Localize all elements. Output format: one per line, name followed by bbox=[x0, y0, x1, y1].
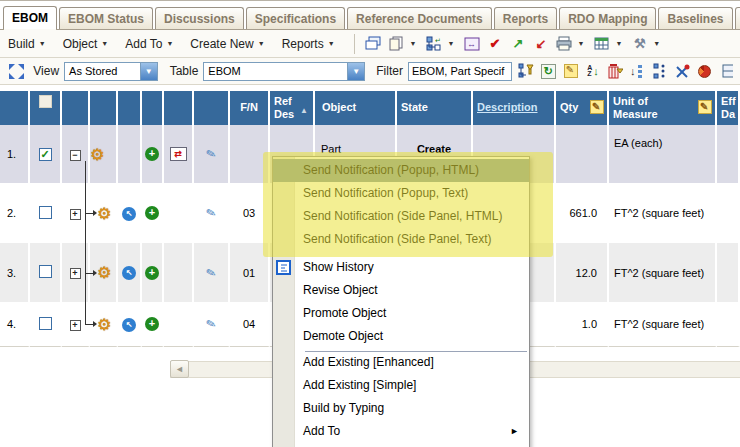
menu-item-send-notification-popup-html[interactable]: Send Notification (Popup, HTML) bbox=[273, 159, 529, 182]
row-checkbox[interactable] bbox=[39, 265, 52, 278]
chart-pie-icon[interactable] bbox=[695, 62, 713, 80]
menu-item-add-existing-simple[interactable]: Add Existing [Simple] bbox=[273, 374, 529, 397]
insert-new-icon[interactable]: + bbox=[145, 317, 159, 331]
menu-item-send-notification-sidepanel-html[interactable]: Send Notification (Side Panel, HTML) bbox=[273, 205, 529, 228]
submenu-arrow-icon: ► bbox=[510, 420, 519, 443]
row-number: 4. bbox=[0, 302, 30, 347]
mass-edit-icon[interactable] bbox=[698, 100, 712, 114]
clipped-icon[interactable] bbox=[718, 62, 736, 80]
header-select-all[interactable] bbox=[30, 91, 62, 125]
navigate-icon[interactable]: ↖ bbox=[122, 207, 136, 221]
insert-new-icon[interactable]: + bbox=[145, 266, 159, 280]
chevron-down-icon: ▼ bbox=[347, 63, 364, 80]
tab-rdo-mapping[interactable]: RDO Mapping bbox=[559, 7, 656, 29]
row-checkbox[interactable] bbox=[39, 206, 52, 219]
replace-icon[interactable]: ⇄ bbox=[170, 147, 187, 161]
refresh-icon[interactable]: ↻ bbox=[539, 62, 557, 80]
tree-line bbox=[85, 273, 93, 274]
tab-reports[interactable]: Reports bbox=[494, 7, 557, 29]
edit-feather-icon[interactable]: ✎ bbox=[204, 316, 217, 332]
header-uom: Unit of Measure bbox=[609, 91, 717, 125]
validate-check-icon[interactable]: ✔ bbox=[485, 35, 504, 53]
edit-feather-icon[interactable]: ✎ bbox=[204, 205, 217, 221]
paste-structure-icon[interactable]: ↵ bbox=[425, 35, 444, 53]
eff-date-cell bbox=[717, 302, 740, 347]
tab-reference-documents[interactable]: Reference Documents bbox=[347, 7, 492, 29]
sort-az-icon[interactable]: AZ↓ bbox=[584, 62, 602, 80]
copy-icon[interactable] bbox=[387, 35, 406, 53]
menu-item-promote-object[interactable]: Promote Object bbox=[273, 302, 529, 325]
tab-discussions[interactable]: Discussions bbox=[155, 7, 244, 29]
delete-filter-icon[interactable] bbox=[606, 62, 624, 80]
tab-specifications[interactable]: Specifications bbox=[246, 7, 345, 29]
structure-nodes-icon[interactable] bbox=[651, 62, 669, 80]
expand-box[interactable]: + bbox=[70, 320, 81, 331]
edit-table-icon[interactable] bbox=[562, 62, 580, 80]
edit-feather-icon[interactable]: ✎ bbox=[204, 146, 217, 162]
view-select[interactable]: As Stored ▼ bbox=[64, 62, 158, 81]
tab-ebom[interactable]: EBOM bbox=[3, 6, 57, 29]
part-structure-icon[interactable]: ⚙ bbox=[97, 316, 111, 333]
menu-create-new[interactable]: Create New▼ bbox=[190, 37, 264, 51]
expand-box[interactable]: + bbox=[70, 209, 81, 220]
chevron-down-icon[interactable]: ▼ bbox=[577, 40, 584, 47]
tab-ebom-status[interactable]: EBOM Status bbox=[59, 7, 153, 29]
edit-feather-icon[interactable]: ✎ bbox=[204, 264, 217, 280]
navigate-icon[interactable]: ↖ bbox=[122, 318, 136, 332]
compare-icon[interactable]: ↔ bbox=[462, 35, 481, 53]
tools-icon[interactable]: ⚒ bbox=[630, 35, 649, 53]
insert-new-icon[interactable]: + bbox=[145, 206, 159, 220]
navigate-icon[interactable]: ↖ bbox=[122, 266, 136, 280]
menu-item-show-history[interactable]: Show History bbox=[273, 256, 529, 279]
part-type: Part bbox=[321, 143, 341, 155]
part-structure-icon[interactable]: ⚙ bbox=[90, 146, 104, 163]
collapse-box[interactable]: − bbox=[70, 150, 81, 161]
chevron-down-icon[interactable]: ▼ bbox=[653, 40, 660, 47]
cascade-windows-icon[interactable] bbox=[364, 35, 383, 53]
scroll-left-button[interactable]: ◄ bbox=[170, 360, 189, 378]
menu-reports[interactable]: Reports▼ bbox=[282, 37, 335, 51]
expand-view-icon[interactable] bbox=[7, 62, 25, 80]
part-structure-icon[interactable]: ⚙ bbox=[97, 205, 111, 222]
toolbar-separator bbox=[354, 34, 355, 54]
print-icon[interactable] bbox=[554, 35, 573, 53]
menu-object[interactable]: Object▼ bbox=[63, 37, 109, 51]
menu-build[interactable]: Build▼ bbox=[8, 37, 46, 51]
header-description[interactable]: Description bbox=[473, 91, 556, 125]
sort-structure-icon[interactable]: ↓ bbox=[629, 62, 647, 80]
tree-line bbox=[85, 161, 86, 183]
menu-item-send-notification-sidepanel-text[interactable]: Send Notification (Side Panel, Text) bbox=[273, 228, 529, 251]
row-checkbox[interactable]: ✓ bbox=[39, 148, 52, 161]
demote-arrow-icon[interactable]: ↙ bbox=[531, 35, 550, 53]
header-fn: F/N bbox=[230, 91, 270, 125]
chevron-down-icon[interactable]: ▼ bbox=[410, 40, 417, 47]
promote-arrow-icon[interactable]: ↗ bbox=[508, 35, 527, 53]
disconnect-icon[interactable] bbox=[673, 62, 691, 80]
row-checkbox[interactable] bbox=[39, 317, 52, 330]
filter-structure-icon[interactable] bbox=[517, 62, 535, 80]
menu-item-build-by-typing[interactable]: Build by Typing bbox=[273, 397, 529, 420]
export-table-icon[interactable] bbox=[592, 35, 611, 53]
table-label: Table bbox=[170, 64, 199, 78]
tab-baselines[interactable]: Baselines bbox=[658, 7, 732, 29]
menu-item-revise-object[interactable]: Revise Object bbox=[273, 279, 529, 302]
table-select[interactable]: EBOM ▼ bbox=[203, 62, 365, 81]
chevron-down-icon[interactable]: ▼ bbox=[448, 40, 455, 47]
part-structure-icon[interactable]: ⚙ bbox=[97, 264, 111, 281]
menu-add-to[interactable]: Add To▼ bbox=[125, 37, 173, 51]
uom-cell: EA (each) bbox=[609, 125, 717, 183]
tab-charts[interactable]: Charts bbox=[735, 7, 740, 29]
header-ref-des[interactable]: Ref Des ▲ bbox=[270, 91, 315, 125]
menu-item-add-existing-enhanced[interactable]: Add Existing [Enhanced] bbox=[273, 351, 529, 374]
filter-input[interactable] bbox=[408, 62, 512, 81]
expand-box[interactable]: + bbox=[70, 268, 81, 279]
header-state: State bbox=[397, 91, 473, 125]
chevron-down-icon[interactable]: ▼ bbox=[615, 40, 622, 47]
insert-new-icon[interactable]: + bbox=[145, 147, 159, 161]
menu-item-add-to[interactable]: Add To► bbox=[273, 420, 529, 443]
menu-item-send-notification-popup-text[interactable]: Send Notification (Popup, Text) bbox=[273, 182, 529, 205]
menu-item-demote-object[interactable]: Demote Object bbox=[273, 325, 529, 348]
mass-edit-icon[interactable] bbox=[590, 100, 604, 114]
header-row: F/N Ref Des ▲ Object State Description Q… bbox=[0, 91, 740, 125]
select-all-checkbox[interactable] bbox=[39, 95, 52, 108]
